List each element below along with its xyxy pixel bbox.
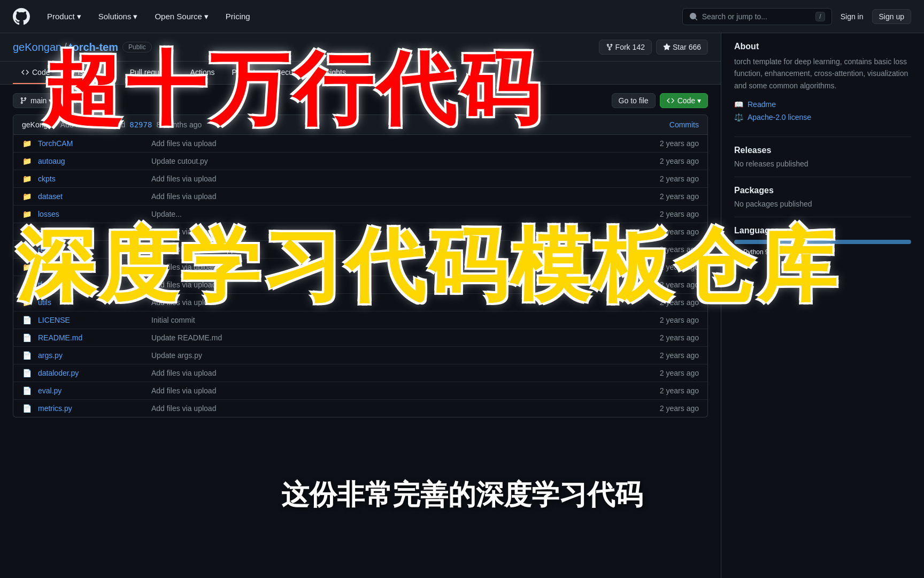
repo-separator: / [64, 41, 67, 54]
releases-title: Releases [734, 146, 911, 155]
folder-icon: 📁 [22, 280, 32, 289]
file-message: Initial commit [151, 316, 628, 324]
search-icon [689, 12, 698, 21]
python-dot [734, 249, 740, 254]
file-icon: 📄 [22, 369, 32, 377]
nav-product[interactable]: Product ▾ [43, 10, 86, 24]
license-label: Apache-2.0 license [748, 113, 811, 121]
file-name[interactable]: autoaug [38, 157, 145, 165]
tab-actions[interactable]: Actions [182, 62, 224, 84]
table-row: 📁 utils Add files via upload 2 years ago [13, 294, 707, 311]
file-time: 2 years ago [635, 404, 699, 413]
file-time: 2 years ago [635, 263, 699, 271]
file-name[interactable]: dataset [38, 192, 145, 201]
file-time: 2 years ago [635, 351, 699, 360]
tab-issues[interactable]: Issues 1 [58, 62, 121, 84]
file-name[interactable]: models [38, 227, 145, 236]
file-message: Update README.md [151, 333, 628, 342]
file-name[interactable]: utils [38, 298, 145, 307]
fork-button[interactable]: Fork 142 [599, 40, 652, 55]
about-text: torch template for deep learning, contai… [734, 56, 911, 92]
file-time: 2 years ago [635, 333, 699, 342]
star-icon [663, 43, 671, 51]
star-button[interactable]: Star 666 [656, 40, 708, 55]
repo-header: geKongan / torch-tem Public Fork 142 Sta… [0, 33, 721, 62]
file-time: 2 years ago [635, 210, 699, 218]
commits-count[interactable]: Commits [669, 120, 699, 129]
tab-projects[interactable]: Projects [223, 62, 267, 84]
nav-pricing[interactable]: Pricing [221, 10, 255, 23]
file-name[interactable]: ckpts [38, 174, 145, 183]
left-panel: geKongan / torch-tem Public Fork 142 Sta… [0, 33, 721, 578]
sign-in-button[interactable]: Sign in [841, 12, 864, 21]
file-name[interactable]: LICENSE [38, 316, 145, 324]
file-message: Update... [151, 210, 628, 218]
folder-icon: 📁 [22, 192, 32, 201]
tab-code[interactable]: Code [13, 62, 58, 84]
file-message: Add files via upload [151, 139, 628, 148]
file-time: 2 years ago [635, 386, 699, 395]
file-message: Add files via upload [151, 280, 628, 289]
search-placeholder: Search or jump to... [702, 12, 767, 21]
folder-icon: 📁 [22, 210, 32, 218]
table-row: 📄 metrics.py Add files via upload 2 year… [13, 400, 707, 417]
readme-link[interactable]: 📖 Readme [734, 98, 911, 111]
nav-bar: Product ▾ Solutions ▾ Open Source ▾ Pric… [0, 0, 924, 33]
table-row: 📁 tf_to_pytorch Add files via upload 2 y… [13, 276, 707, 294]
file-message: Add files via upload [151, 404, 628, 413]
file-name[interactable]: results [38, 245, 145, 254]
tab-insights[interactable]: Insights [312, 62, 355, 84]
file-time: 2 years ago [635, 157, 699, 165]
readme-label: Readme [748, 100, 776, 109]
table-row: 📁 TorchCAM Add files via upload 2 years … [13, 135, 707, 153]
nav-solutions[interactable]: Solutions ▾ [94, 10, 142, 24]
nav-open-source[interactable]: Open Source ▾ [150, 10, 212, 24]
file-name[interactable]: eval.py [38, 386, 145, 395]
file-time: 2 years ago [635, 316, 699, 324]
table-row: 📄 README.md Update README.md 2 years ago [13, 329, 707, 347]
tab-pull-requests[interactable]: Pull requests [121, 62, 182, 84]
github-logo-icon[interactable] [13, 8, 30, 25]
file-time: 2 years ago [635, 369, 699, 377]
file-message: Add files via upload [151, 192, 628, 201]
branch-icon [20, 97, 27, 104]
file-name[interactable]: args.py [38, 351, 145, 360]
folder-icon: 📁 [22, 174, 32, 183]
languages-bar [734, 240, 911, 244]
file-name[interactable]: dataloder.py [38, 369, 145, 377]
license-link[interactable]: ⚖️ Apache-2.0 license [734, 111, 911, 124]
file-icon: 📄 [22, 386, 32, 395]
folder-icon: 📁 [22, 263, 32, 271]
file-name[interactable]: TorchCAM [38, 139, 145, 148]
file-message: Add files via upload [151, 263, 628, 271]
repo-visibility-badge: Public [122, 42, 152, 52]
file-time: 2 years ago [635, 298, 699, 307]
file-name[interactable]: README.md [38, 333, 145, 342]
table-row: 📁 models Add files via upload 2 years ag… [13, 223, 707, 241]
file-name[interactable]: metrics.py [38, 404, 145, 413]
file-name[interactable]: losses [38, 210, 145, 218]
divider [734, 136, 911, 137]
search-bar[interactable]: Search or jump to... / [682, 8, 832, 25]
go-to-file-button[interactable]: Go to file [612, 93, 656, 108]
repo-name[interactable]: torch-tem [69, 41, 118, 54]
sign-up-button[interactable]: Sign up [872, 9, 911, 24]
file-name[interactable]: runs [38, 263, 145, 271]
tab-security[interactable]: Security [267, 62, 312, 84]
file-message: Update args.py [151, 351, 628, 360]
repo-owner[interactable]: geKongan [13, 41, 61, 54]
branch-selector[interactable]: main ▾ [13, 93, 59, 108]
table-row: 📄 LICENSE Initial commit 2 years ago [13, 311, 707, 329]
file-name[interactable]: tf_to_pytorch [38, 280, 145, 289]
about-title: About [734, 42, 911, 51]
about-section: About torch template for deep learning, … [734, 42, 911, 124]
fork-count: 142 [633, 43, 645, 51]
commit-user: geKongan [22, 120, 56, 129]
file-message: Add files via upload [151, 386, 628, 395]
issues-badge: 1 [103, 68, 113, 77]
code-button[interactable]: Code ▾ [660, 93, 708, 108]
commit-hash[interactable]: 82978 [129, 120, 152, 129]
languages-title: Languages [734, 226, 911, 235]
folder-icon: 📁 [22, 227, 32, 236]
commit-message: Add files via upload [60, 120, 125, 129]
